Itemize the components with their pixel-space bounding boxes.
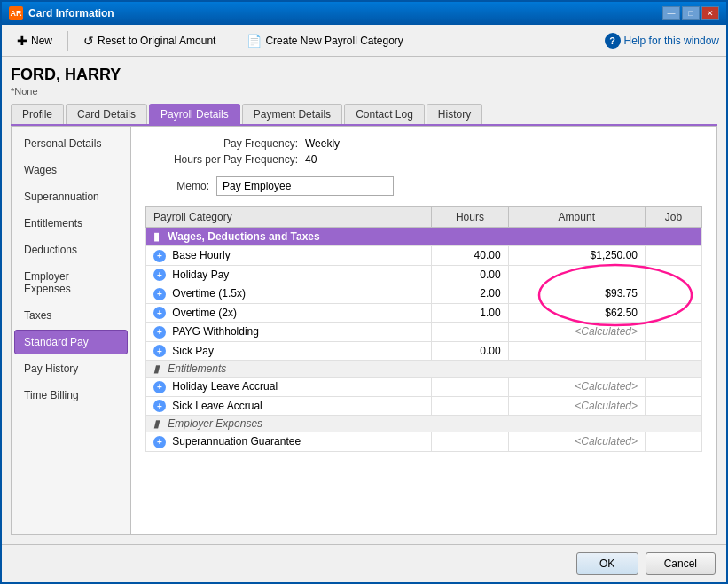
row-job	[645, 246, 701, 266]
row-category: + PAYG Withholding	[146, 323, 432, 342]
row-category: + Overtime (2x)	[146, 303, 432, 323]
close-button[interactable]: ✕	[701, 6, 719, 20]
card-information-window: AR Card Information — □ ✕ ✚ New ↺ Reset …	[0, 0, 728, 584]
memo-input[interactable]	[216, 176, 394, 196]
new-button[interactable]: ✚ New	[9, 30, 60, 51]
add-row-btn[interactable]: +	[153, 381, 166, 393]
table-row: + Overtime (2x) 1.00 $62.50	[146, 303, 702, 323]
new-icon: ✚	[17, 34, 27, 48]
tab-profile[interactable]: Profile	[11, 104, 64, 124]
help-label: Help for this window	[624, 35, 719, 47]
row-hours: 1.00	[432, 303, 508, 323]
tab-payment-details[interactable]: Payment Details	[242, 104, 342, 124]
pay-frequency-label: Pay Frequency:	[145, 137, 305, 150]
hours-label: Hours per Pay Frequency:	[145, 153, 305, 166]
title-bar: AR Card Information — □ ✕	[2, 2, 726, 25]
window-title: Card Information	[28, 7, 114, 19]
row-job	[645, 396, 701, 416]
add-row-btn[interactable]: +	[153, 326, 166, 339]
row-category: + Overtime (1.5x)	[146, 284, 432, 304]
sidebar-item-taxes[interactable]: Taxes	[14, 303, 128, 328]
section-header-label: ▮ Entitlements	[146, 361, 702, 378]
table-row: + Sick Pay 0.00	[146, 341, 702, 361]
row-job	[645, 341, 701, 361]
row-category: + Holiday Pay	[146, 265, 432, 284]
group-header-text: Wages, Deductions and Taxes	[168, 230, 319, 243]
bottom-bar: OK Cancel	[2, 544, 726, 582]
ok-button[interactable]: OK	[576, 552, 638, 575]
table-row: + Sick Leave Accrual <Calculated>	[146, 396, 702, 416]
add-row-btn[interactable]: +	[153, 269, 166, 281]
create-label: Create New Payroll Category	[265, 35, 403, 47]
title-bar-controls: — □ ✕	[662, 6, 719, 20]
create-category-button[interactable]: 📄 Create New Payroll Category	[239, 30, 411, 51]
pay-frequency-row: Pay Frequency: Weekly	[145, 137, 702, 150]
toolbar: ✚ New ↺ Reset to Original Amount 📄 Creat…	[2, 25, 726, 57]
row-category: + Sick Pay	[146, 341, 432, 361]
row-hours: 2.00	[432, 284, 508, 304]
tab-card-details[interactable]: Card Details	[66, 104, 147, 124]
add-row-btn[interactable]: +	[153, 345, 166, 357]
table-row: + Holiday Pay 0.00	[146, 265, 702, 284]
row-amount: $1,250.00	[508, 246, 645, 266]
reset-label: Reset to Original Amount	[98, 35, 215, 47]
row-hours	[432, 396, 508, 416]
tab-payroll-details[interactable]: Payroll Details	[149, 104, 240, 124]
row-amount: $62.50	[508, 303, 645, 323]
help-button[interactable]: ? Help for this window	[605, 33, 719, 49]
sidebar-item-personal-details[interactable]: Personal Details	[14, 131, 128, 156]
sidebar-item-standard-pay[interactable]: Standard Pay	[14, 330, 128, 354]
add-row-btn[interactable]: +	[153, 307, 166, 319]
row-hours	[432, 432, 508, 452]
separator-2	[231, 31, 231, 51]
main-area: Personal Details Wages Superannuation En…	[11, 126, 717, 535]
sidebar-item-time-billing[interactable]: Time Billing	[14, 383, 128, 408]
row-amount: <Calculated>	[508, 396, 645, 416]
table-row: + Holiday Leave Accrual <Calculated>	[146, 378, 702, 397]
reset-button[interactable]: ↺ Reset to Original Amount	[75, 30, 223, 51]
add-row-btn[interactable]: +	[153, 436, 166, 448]
pay-frequency-value: Weekly	[305, 137, 340, 150]
sidebar-item-employer-expenses[interactable]: Employer Expenses	[14, 264, 128, 301]
sidebar-item-pay-history[interactable]: Pay History	[14, 356, 128, 381]
add-row-btn[interactable]: +	[153, 250, 166, 262]
row-amount: <Calculated>	[508, 378, 645, 397]
tab-history[interactable]: History	[427, 104, 482, 124]
row-amount: <Calculated>	[508, 323, 645, 342]
row-job	[645, 284, 701, 304]
row-hours: 0.00	[432, 265, 508, 284]
add-row-btn[interactable]: +	[153, 400, 166, 412]
sidebar-item-entitlements[interactable]: Entitlements	[14, 211, 128, 236]
row-job	[645, 265, 701, 284]
row-category: + Sick Leave Accrual	[146, 396, 432, 416]
sidebar-item-superannuation[interactable]: Superannuation	[14, 184, 128, 209]
hours-frequency-row: Hours per Pay Frequency: 40	[145, 153, 702, 166]
reset-icon: ↺	[83, 34, 94, 48]
table-container: Payroll Category Hours Amount Job ▮	[145, 206, 702, 452]
memo-label: Memo:	[145, 180, 216, 192]
col-header-amount: Amount	[508, 207, 645, 228]
row-category: + Base Hourly	[146, 246, 432, 266]
tab-contact-log[interactable]: Contact Log	[344, 104, 425, 124]
minimize-button[interactable]: —	[662, 6, 680, 20]
cancel-button[interactable]: Cancel	[646, 552, 716, 575]
content-area: FORD, HARRY *None Profile Card Details P…	[2, 57, 726, 544]
row-category: + Holiday Leave Accrual	[146, 378, 432, 397]
section-header-entitlements: ▮ Entitlements	[146, 361, 702, 378]
maximize-button[interactable]: □	[682, 6, 700, 20]
row-hours	[432, 378, 508, 397]
row-job	[645, 432, 701, 452]
tabs-row: Profile Card Details Payroll Details Pay…	[11, 104, 717, 126]
separator-1	[67, 31, 68, 51]
row-hours: 0.00	[432, 341, 508, 361]
pay-info: Pay Frequency: Weekly Hours per Pay Freq…	[145, 137, 702, 166]
payroll-table: Payroll Category Hours Amount Job ▮	[145, 206, 702, 452]
table-row: + Overtime (1.5x) 2.00 $93.75	[146, 284, 702, 304]
sidebar: Personal Details Wages Superannuation En…	[12, 127, 131, 534]
hours-value: 40	[305, 153, 317, 166]
sidebar-item-wages[interactable]: Wages	[14, 158, 128, 183]
app-icon: AR	[9, 6, 23, 20]
add-row-btn[interactable]: +	[153, 288, 166, 300]
sidebar-item-deductions[interactable]: Deductions	[14, 237, 128, 262]
payroll-panel: Pay Frequency: Weekly Hours per Pay Freq…	[131, 127, 716, 534]
